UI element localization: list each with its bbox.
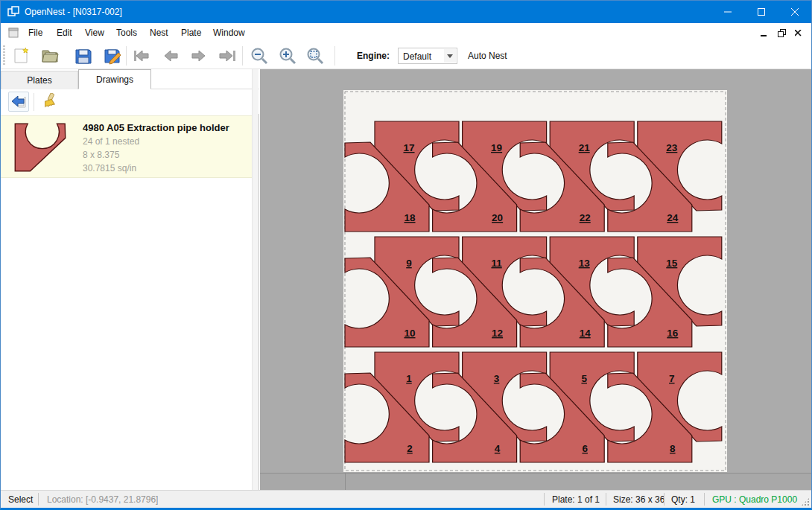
part-number: 21 (579, 142, 591, 153)
menu-tools[interactable]: Tools (110, 23, 144, 42)
app-window: OpenNest - [N0317-002] File Edit View To… (0, 0, 812, 510)
engine-label: Engine: (357, 51, 390, 61)
zoom-out-button[interactable] (248, 45, 270, 67)
next-arrow-icon (191, 49, 207, 63)
part-number: 8 (670, 443, 676, 454)
window-close-button[interactable] (778, 1, 811, 23)
toolbar-separator (126, 46, 127, 66)
app-icon (7, 6, 19, 21)
toolbar-separator (334, 46, 335, 66)
plate[interactable]: 171819202122232491011121314151612345678 (343, 90, 727, 475)
drawing-title: 4980 A05 Extraction pipe holder (83, 122, 229, 133)
part-number: 23 (666, 142, 678, 153)
sidebar-panel: Plates Drawings (1, 69, 259, 491)
status-gpu: GPU : Quadro P1000 (712, 494, 797, 505)
window-maximize-button[interactable] (744, 1, 778, 23)
save-button[interactable] (72, 45, 95, 67)
mdi-minimize-icon (761, 30, 767, 36)
engine-select[interactable]: Default (398, 48, 457, 64)
blue-back-arrow-icon (10, 94, 27, 110)
part-number: 17 (403, 142, 414, 153)
mdi-minimize-button[interactable] (756, 26, 771, 39)
window-title: OpenNest - [N0317-002] (25, 7, 122, 17)
canvas-horizontal-scrollbar[interactable] (260, 473, 812, 491)
new-file-icon (13, 47, 29, 65)
part-number: 2 (407, 443, 413, 454)
clean-drawings-button[interactable] (38, 92, 59, 112)
part-number: 19 (491, 142, 502, 153)
part-number: 10 (404, 328, 415, 339)
save-icon (75, 48, 92, 64)
drawings-toolbar (1, 89, 259, 114)
drawing-list-item[interactable]: 4980 A05 Extraction pipe holder 24 of 1 … (1, 115, 253, 178)
tab-drawings[interactable]: Drawings (78, 69, 151, 89)
return-to-plates-button[interactable] (8, 92, 29, 112)
status-separator (38, 493, 39, 506)
part-number: 9 (406, 258, 412, 269)
part-number: 14 (580, 328, 591, 339)
status-qty: Qty: 1 (671, 494, 695, 505)
next-plate-button[interactable] (188, 45, 210, 67)
sidebar-scrollbar[interactable] (252, 69, 258, 491)
open-file-button[interactable] (39, 45, 62, 67)
status-size: Size: 36 x 36 (613, 494, 664, 505)
mdi-document-icon (8, 28, 19, 41)
menu-file[interactable]: File (22, 23, 49, 42)
menu-nest[interactable]: Nest (143, 23, 175, 42)
menu-plate[interactable]: Plate (174, 23, 208, 42)
status-separator (704, 493, 705, 506)
part-number: 12 (492, 328, 503, 339)
toolbar-separator (242, 46, 243, 66)
zoom-out-icon (250, 47, 268, 65)
first-plate-button[interactable] (130, 45, 153, 67)
menu-edit[interactable]: Edit (50, 23, 79, 42)
toolbar-grip[interactable] (3, 45, 5, 66)
nesting-canvas[interactable]: 171819202122232491011121314151612345678 (260, 69, 812, 491)
part-number: 13 (579, 258, 591, 269)
status-separator (606, 493, 606, 506)
status-plate: Plate: 1 of 1 (552, 494, 600, 505)
status-location: Location: [-0.9437, 21.8796] (47, 494, 158, 505)
part-thumbnail (13, 122, 68, 176)
zoom-fit-button[interactable] (304, 45, 326, 67)
mdi-close-icon (795, 30, 802, 36)
status-mode: Select (8, 494, 33, 505)
status-bar: Select Location: [-0.9437, 21.8796] Plat… (1, 490, 811, 508)
auto-nest-button[interactable]: Auto Nest (468, 51, 507, 61)
save-as-icon (104, 47, 122, 65)
brush-icon (40, 93, 57, 111)
resize-grip[interactable] (801, 497, 810, 506)
previous-arrow-icon (162, 49, 179, 63)
mdi-restore-icon (778, 29, 786, 37)
main-area: Plates Drawings (1, 69, 811, 491)
menu-window[interactable]: Window (206, 23, 252, 42)
zoom-in-button[interactable] (276, 45, 299, 67)
window-minimize-button[interactable] (711, 1, 744, 23)
part-number: 7 (669, 373, 675, 384)
part-number: 3 (494, 373, 500, 384)
last-plate-button[interactable] (216, 45, 238, 67)
engine-selected-value: Default (403, 51, 431, 62)
part-number: 16 (667, 328, 679, 339)
status-separator (544, 493, 545, 506)
save-as-button[interactable] (102, 45, 124, 67)
status-separator (664, 493, 664, 506)
chevron-down-icon[interactable] (444, 49, 456, 63)
part-number: 15 (666, 258, 678, 269)
main-toolbar: Engine: Default Auto Nest (1, 42, 811, 69)
menu-view[interactable]: View (78, 23, 111, 42)
part-number: 11 (491, 258, 502, 269)
open-folder-icon (41, 48, 60, 64)
part-number: 6 (582, 443, 588, 454)
new-file-button[interactable] (10, 45, 32, 67)
tab-plates[interactable]: Plates (1, 71, 78, 89)
part-number: 1 (406, 373, 412, 384)
previous-plate-button[interactable] (159, 45, 182, 67)
mdi-close-button[interactable] (790, 26, 805, 39)
zoom-fit-icon (306, 47, 324, 65)
last-arrow-icon (218, 49, 236, 63)
mdi-restore-button[interactable] (774, 26, 789, 39)
menu-bar: File Edit View Tools Nest Plate Window (1, 23, 811, 42)
scrollbar-thumb-edge (345, 474, 346, 491)
drawing-size: 8 x 8.375 (83, 150, 119, 160)
